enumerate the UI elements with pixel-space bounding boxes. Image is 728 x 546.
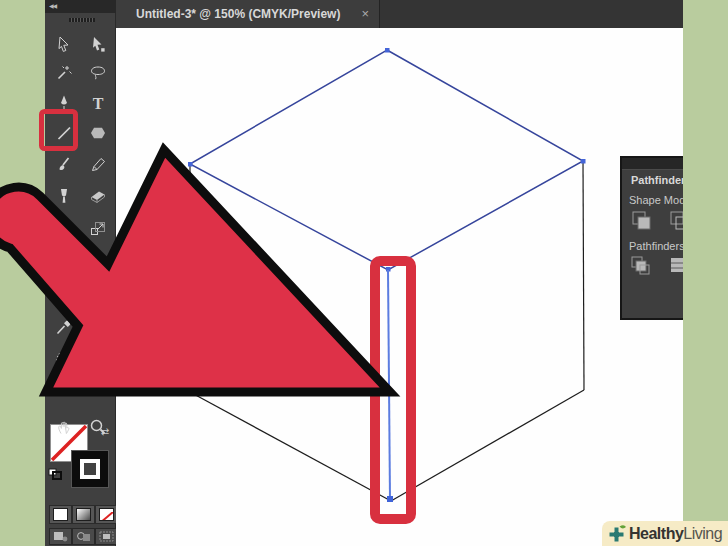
healthy-living-watermark: Healthy Living bbox=[602, 521, 728, 546]
tool-hand[interactable] bbox=[48, 412, 79, 442]
mesh-icon bbox=[54, 286, 74, 306]
default-swatches-glyph bbox=[48, 468, 62, 480]
tool-zoom[interactable] bbox=[82, 412, 113, 442]
collapse-chevrons-icon[interactable]: ◀◀ bbox=[49, 3, 56, 9]
divide-icon bbox=[630, 255, 654, 279]
tool-pencil[interactable] bbox=[82, 150, 113, 180]
zoom-icon bbox=[88, 417, 108, 437]
artboard-canvas[interactable] bbox=[116, 28, 683, 546]
shape-modes-label: Shape Modes bbox=[622, 188, 683, 208]
divide-button[interactable] bbox=[630, 255, 654, 279]
panel-header-bar[interactable] bbox=[622, 158, 683, 170]
eyedropper-icon bbox=[54, 317, 74, 337]
rotate-icon bbox=[54, 218, 74, 238]
shape-builder-icon bbox=[88, 317, 108, 337]
tool-mesh[interactable] bbox=[48, 281, 79, 311]
tool-type[interactable]: T bbox=[82, 88, 113, 118]
tool-eyedropper[interactable] bbox=[48, 312, 79, 342]
tool-symbol-sprayer[interactable] bbox=[48, 345, 79, 375]
panel-grip-icon[interactable] bbox=[69, 18, 95, 22]
line-segment-icon bbox=[54, 123, 74, 143]
document-tab[interactable]: Untitled-3* @ 150% (CMYK/Preview) × bbox=[116, 0, 380, 28]
tools-panel: ⇄ T bbox=[45, 13, 116, 546]
minus-front-button[interactable] bbox=[668, 209, 683, 233]
draw-inside-button[interactable] bbox=[95, 528, 118, 545]
selection-icon bbox=[54, 35, 74, 55]
scale-icon bbox=[88, 218, 108, 238]
document-tab-bar: Untitled-3* @ 150% (CMYK/Preview) × bbox=[116, 0, 683, 28]
pen-icon bbox=[54, 93, 74, 113]
tool-shape[interactable] bbox=[82, 118, 113, 148]
color-swatch-icon bbox=[53, 508, 68, 521]
stroke-swatch[interactable] bbox=[72, 451, 108, 487]
tool-direct-selection[interactable] bbox=[82, 30, 113, 60]
pathfinder-panel: Pathfinder Shape Modes Pathfinders bbox=[620, 156, 683, 320]
tool-eraser[interactable] bbox=[82, 181, 113, 211]
tool-scale[interactable] bbox=[82, 213, 113, 243]
direct-selection-icon bbox=[88, 35, 108, 55]
eraser-icon bbox=[88, 186, 108, 206]
svg-text:T: T bbox=[92, 95, 103, 112]
lasso-icon bbox=[88, 63, 108, 83]
trim-icon bbox=[668, 255, 683, 279]
none-button[interactable] bbox=[95, 505, 118, 524]
tool-magic-wand[interactable] bbox=[48, 58, 79, 88]
unite-button[interactable] bbox=[630, 209, 654, 233]
tool-blob-brush[interactable] bbox=[48, 181, 79, 211]
document-title: Untitled-3* @ 150% (CMYK/Preview) bbox=[136, 0, 340, 28]
pencil-icon bbox=[88, 155, 108, 175]
pathfinders-label: Pathfinders bbox=[622, 234, 683, 254]
shape-icon bbox=[88, 123, 108, 143]
gradient-button[interactable] bbox=[72, 505, 95, 524]
watermark-light-text: Living bbox=[683, 525, 722, 543]
watermark-bold-text: Healthy bbox=[629, 525, 683, 543]
none-swatch-icon bbox=[99, 508, 114, 521]
paintbrush-icon bbox=[54, 155, 74, 175]
magic-wand-icon bbox=[54, 63, 74, 83]
tool-shape-builder[interactable] bbox=[82, 312, 113, 342]
tool-pen[interactable] bbox=[48, 88, 79, 118]
tool-paintbrush[interactable] bbox=[48, 150, 79, 180]
hand-icon bbox=[54, 417, 74, 437]
pathfinder-panel-title[interactable]: Pathfinder bbox=[622, 170, 683, 188]
minus-front-icon bbox=[668, 209, 683, 233]
toolbar-collapse-bar[interactable]: ◀◀ bbox=[45, 0, 116, 13]
tab-close-icon[interactable]: × bbox=[361, 0, 369, 28]
symbol-sprayer-icon bbox=[54, 350, 74, 370]
trim-button[interactable] bbox=[668, 255, 683, 279]
draw-behind-button[interactable] bbox=[72, 528, 95, 545]
default-fill-stroke-icon[interactable] bbox=[48, 466, 62, 478]
draw-normal-button[interactable] bbox=[49, 528, 72, 545]
plus-leaf-icon bbox=[606, 523, 627, 545]
tool-lasso[interactable] bbox=[82, 58, 113, 88]
blob-brush-icon bbox=[54, 186, 74, 206]
tool-line-segment[interactable] bbox=[48, 118, 79, 148]
type-icon: T bbox=[88, 93, 108, 113]
unite-icon bbox=[630, 209, 654, 233]
tool-selection[interactable] bbox=[48, 30, 79, 60]
tool-rotate[interactable] bbox=[48, 213, 79, 243]
gradient-swatch-icon bbox=[76, 508, 91, 521]
color-button[interactable] bbox=[49, 505, 72, 524]
